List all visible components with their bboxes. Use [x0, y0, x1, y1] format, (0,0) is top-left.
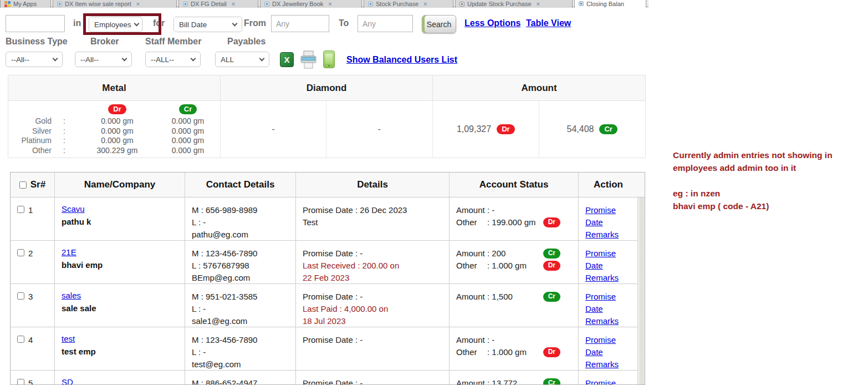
tab-closing-balance[interactable]: Closing Balan: [574, 0, 646, 8]
mobile-icon[interactable]: [323, 50, 335, 68]
close-tab-icon[interactable]: ×: [136, 1, 140, 7]
table-row: 5 SD M : 886-652-4947 Promise Date : - A…: [11, 371, 645, 385]
select-all-checkbox[interactable]: [19, 181, 27, 189]
account-name-link[interactable]: sales: [62, 291, 81, 300]
browser-tab-bar: My Apps DX Item wise sale report × DX FG…: [0, 0, 649, 7]
less-options-link[interactable]: Less Options: [464, 18, 520, 28]
metal-row-label: Gold: [8, 116, 52, 126]
table-scrollbar[interactable]: [637, 197, 645, 384]
contact-email: BEmp@eg.com: [192, 272, 290, 283]
promise-date-link[interactable]: Promise Date: [585, 377, 632, 385]
tab-my-apps[interactable]: My Apps: [0, 0, 51, 8]
tab-dx-fg-detail[interactable]: DX FG Detail ×: [178, 0, 258, 8]
account-name-link[interactable]: test: [62, 334, 75, 343]
summary-amount-cell: 1,09,327 Dr 54,408 Cr: [433, 101, 645, 158]
business-type-label: Business Type: [6, 37, 68, 47]
broker-select[interactable]: --All--: [75, 52, 132, 67]
contact-landline: L : -: [192, 216, 290, 229]
tab-dx-jewellery-book[interactable]: DX Jewellery Book ×: [260, 0, 362, 8]
table-view-link[interactable]: Table View: [526, 18, 571, 28]
accounts-table: Sr# Name/Company Contact Details Details…: [10, 172, 645, 385]
contact-mobile: M : 123-456-7890: [192, 247, 290, 260]
contact-landline: L : -: [192, 346, 290, 358]
remarks-link[interactable]: Remarks: [585, 315, 619, 327]
search-button[interactable]: Search: [422, 15, 456, 33]
table-row: 3 sales sale sale M : 951-021-3585 L : -…: [11, 284, 645, 327]
detail-line: 22 Feb 2023: [303, 272, 443, 283]
credit-badge: Cr: [543, 292, 560, 302]
debit-badge: Dr: [543, 261, 560, 271]
search-in-select[interactable]: Employees: [89, 17, 142, 32]
tab-favicon: [264, 2, 269, 7]
account-name-link[interactable]: Scavu: [62, 204, 85, 214]
table-row: 4 test test emp M : 123-456-7890 L : - t…: [11, 327, 645, 371]
metal-row-label: Silver: [8, 126, 52, 136]
close-tab-icon[interactable]: ×: [537, 1, 540, 7]
business-type-select[interactable]: --All--: [6, 52, 63, 67]
metal-cr-value: 0.000 gm: [157, 136, 218, 146]
row-checkbox[interactable]: [17, 292, 24, 300]
metal-cr-value: 0.000 gm: [157, 146, 218, 156]
annotation-note: Currently admin entries not showing in e…: [673, 149, 861, 212]
from-label: From: [244, 18, 266, 28]
row-number: 4: [28, 335, 33, 370]
account-name-link[interactable]: SD: [62, 377, 73, 385]
tab-update-stock-purchase[interactable]: Update Stock Purchase ×: [455, 0, 573, 8]
date-type-select[interactable]: Bill Date: [173, 17, 242, 32]
credit-badge: Cr: [179, 104, 197, 114]
detail-line: Last Received : 200.00 on: [303, 260, 443, 272]
search-input[interactable]: [6, 15, 65, 32]
table-row: 1 Scavu pathu k M : 656-989-8989 L : - p…: [11, 197, 645, 241]
promise-date-link[interactable]: Promise Date: [585, 204, 632, 229]
row-checkbox[interactable]: [17, 249, 24, 256]
tab-dx-item-wise-sale-report[interactable]: DX Item wise sale report ×: [53, 0, 177, 8]
detail-line: Promise Date : 26 Dec 2023: [303, 204, 443, 216]
chevron-down-icon: [232, 21, 238, 26]
header-sr: Sr#: [11, 173, 55, 197]
payables-label: Payables: [227, 37, 265, 47]
remarks-link[interactable]: Remarks: [585, 229, 619, 240]
account-name-link[interactable]: 21E: [62, 247, 76, 257]
close-tab-icon[interactable]: ×: [232, 1, 235, 7]
show-balanced-users-link[interactable]: Show Balanced Users List: [346, 55, 457, 65]
excel-export-icon[interactable]: [280, 52, 294, 67]
remarks-link[interactable]: Remarks: [585, 272, 619, 283]
summary-col-amount: Amount: [433, 75, 645, 100]
chevron-down-icon: [134, 21, 139, 26]
close-tab-icon[interactable]: ×: [423, 1, 427, 7]
remarks-link[interactable]: Remarks: [585, 358, 619, 370]
summary-table: Metal Diamond Amount Dr Cr Gold : 0.000 …: [8, 75, 646, 158]
payables-select[interactable]: ALL: [215, 52, 269, 67]
promise-date-link[interactable]: Promise Date: [585, 291, 632, 315]
date-from-input[interactable]: [271, 15, 329, 32]
contact-email: test@eg.com: [192, 358, 290, 370]
metal-cr-value: 0.000 gm: [157, 126, 218, 136]
contact-landline: L : 5767687998: [192, 260, 290, 272]
staff-member-select[interactable]: --ALL--: [145, 52, 201, 67]
chevron-down-icon: [191, 55, 196, 61]
row-number: 3: [28, 292, 33, 327]
promise-date-link[interactable]: Promise Date: [585, 247, 632, 272]
chevron-down-icon: [259, 55, 265, 61]
contact-email: pathu@eg.com: [192, 229, 290, 240]
metal-row-label: Platinum: [8, 136, 52, 146]
row-checkbox[interactable]: [17, 336, 24, 343]
tab-stock-purchase[interactable]: Stock Purchase ×: [364, 0, 453, 8]
diamond-dr-value: -: [221, 101, 326, 158]
date-to-input[interactable]: [358, 15, 413, 32]
close-tab-icon[interactable]: ×: [328, 1, 331, 7]
row-number: 2: [28, 249, 33, 283]
amount-cr-value: 54,408: [567, 124, 594, 134]
tab-favicon: [579, 1, 584, 6]
summary-header: Metal Diamond Amount: [8, 75, 645, 101]
print-icon[interactable]: [300, 50, 317, 69]
row-checkbox[interactable]: [17, 379, 24, 385]
detail-line: Promise Date : -: [303, 334, 443, 346]
header-contact: Contact Details: [185, 173, 296, 197]
promise-date-link[interactable]: Promise Date: [585, 334, 632, 358]
account-subname: bhavi emp: [62, 260, 179, 270]
header-action: Action: [579, 173, 645, 197]
row-number: 5: [28, 378, 33, 385]
for-label: for: [153, 18, 165, 28]
row-checkbox[interactable]: [17, 206, 24, 213]
